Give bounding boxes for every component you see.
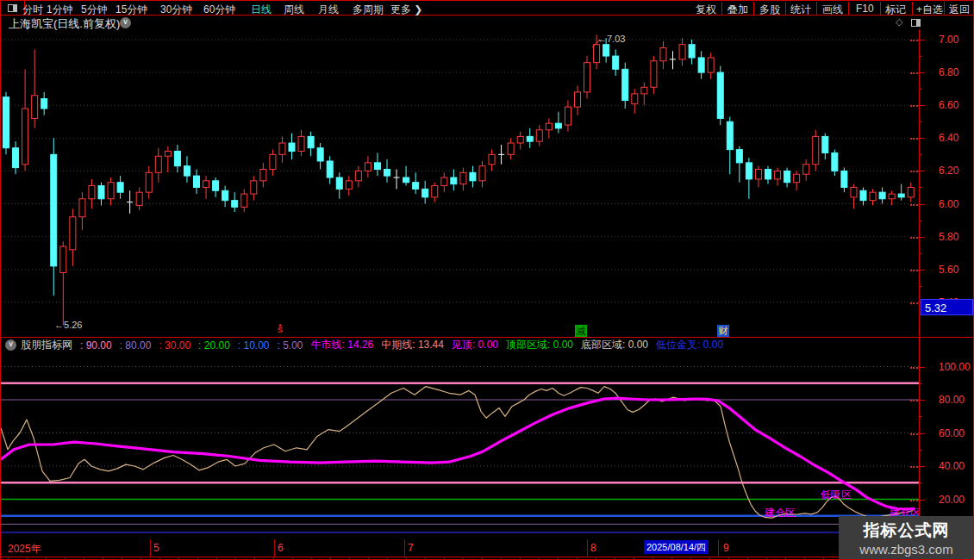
candle-body [775,171,781,179]
candle-body [755,169,761,178]
date-axis: 2025年 2025/08/14/四 56789 [1,539,974,557]
candle-body [308,136,314,147]
menu-item-+自选[interactable]: +自选 [916,3,943,17]
axis-tick-minor [919,253,922,254]
candle-body [898,194,904,197]
indicator-chevron-icon[interactable]: ∨ [5,339,16,351]
axis-leader-dots [910,171,918,172]
candle-body [536,130,542,141]
price-label: 80.00 [939,394,965,406]
time-tick [46,557,47,560]
axis-tick-minor [919,221,922,221]
candle-body [727,121,733,149]
price-label: 5.80 [939,231,958,243]
candle-body [203,181,209,188]
time-tick [254,557,255,560]
indicator-param: 底部区域: 0.00 [581,338,648,352]
candle-body [717,72,723,118]
time-tick [520,557,521,560]
candle-body [51,154,57,266]
time-tick [501,557,502,560]
time-tick [216,557,217,560]
axis-tick-minor [919,270,922,271]
candle-body [184,166,190,176]
indicator-param: : 90.00 [80,339,112,352]
candle-body [3,97,9,148]
month-label: 8 [590,542,596,554]
axis-tick-minor [919,433,922,434]
month-label: 9 [723,542,729,554]
candle-body [13,148,19,168]
candle-body [403,177,409,183]
title-bar: 上海凯宝(日线.前复权) ∨ ◇ [1,16,919,29]
marker-wealth-flag: 财 [717,325,729,337]
time-tick [671,557,672,560]
split-panel-icon[interactable] [911,18,921,28]
axis-tick-minor [919,154,922,155]
menu-item-F10[interactable]: F10 [856,3,874,15]
candle-body [222,190,228,200]
indicator-name[interactable]: 股朋指标网 [21,338,72,352]
candle-body [813,136,819,164]
indicator-param: 见顶: 0.00 [452,338,498,352]
chevron-down-icon[interactable]: ∨ [120,17,131,28]
price-label: 60.00 [939,427,965,439]
candle-body [641,87,647,94]
axis-tick-minor [919,416,922,417]
time-tick [482,557,483,560]
indicator-param: 顶部区域: 0.00 [506,338,573,352]
candle-body [527,136,533,141]
axis-leader-dots [910,466,918,468]
time-tick [8,557,9,560]
candle-body [679,45,685,59]
indicator-param: : 30.00 [159,339,190,352]
time-tick [444,557,445,560]
time-tick [690,557,691,560]
candle-body [413,183,419,190]
candle-body [736,150,742,163]
candle-body [384,169,390,176]
candle-body [708,58,714,72]
time-tick [728,557,729,560]
candle-body [698,58,704,72]
menu-item-返回[interactable]: 返回 [949,3,970,17]
indicator-param: 牛市线: 14.26 [311,338,374,352]
candle-body [603,45,609,56]
axis-leader-dots [910,204,918,206]
time-tick [103,557,103,560]
candle-body [908,187,914,196]
candle-body [79,199,85,217]
candle-body [794,174,800,183]
candle-body [546,123,552,130]
candle-body [22,109,28,165]
candle-body [155,156,161,172]
candle-body [374,163,380,170]
series-中期线 [1,387,913,518]
axis-tick-minor [919,40,922,40]
indicator-param: : 10.00 [238,339,270,352]
time-tick [235,557,236,560]
year-label: 2025年 [8,542,41,557]
diamond-icon[interactable]: ◇ [896,16,902,28]
candle-body [660,48,666,61]
month-divider [587,539,588,557]
candle-body [98,186,104,199]
candle-body [860,190,866,200]
month-divider [718,539,719,557]
price-label: 5.60 [939,264,958,276]
candle-body [803,165,809,174]
window-layout-icon[interactable] [1,1,25,15]
menu-divider [721,2,722,15]
candle-body [870,192,876,201]
panel-separator [1,337,974,338]
candle-body [594,45,600,63]
candle-body [479,166,485,181]
candle-body [508,143,514,154]
candle-body [289,143,295,152]
month-label: 5 [153,542,159,554]
price-label: 6.20 [939,165,958,177]
price-label: 100.00 [939,361,971,373]
candle-body [422,189,428,197]
marker-sell-signal: ▲S [275,323,285,335]
candle-body [279,143,285,154]
